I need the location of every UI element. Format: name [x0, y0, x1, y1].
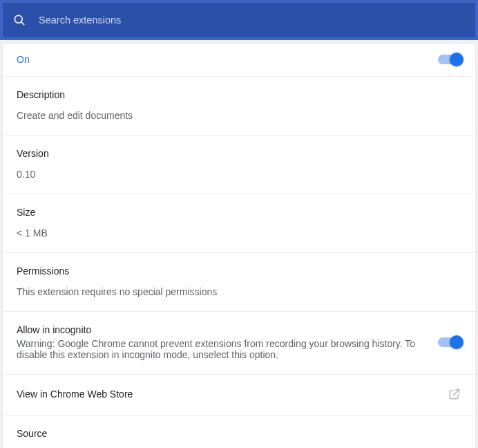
permissions-value: This extension requires no special permi…: [17, 286, 461, 297]
source-section: Source Chrome Web Store: [3, 416, 475, 448]
size-section: Size < 1 MB: [3, 194, 475, 253]
svg-line-1: [21, 22, 24, 25]
toggle-knob: [450, 53, 463, 66]
search-icon: [12, 13, 26, 27]
description-section: Description Create and edit documents: [3, 77, 475, 136]
enabled-toggle[interactable]: [438, 55, 461, 64]
incognito-title: Allow in incognito: [17, 324, 424, 335]
version-section: Version 0.10: [3, 136, 475, 194]
incognito-section: Allow in incognito Warning: Google Chrom…: [3, 312, 475, 375]
search-header: [0, 0, 478, 40]
source-title: Source: [17, 428, 461, 439]
search-input[interactable]: [39, 15, 466, 26]
extension-detail-panel: On Description Create and edit documents…: [3, 44, 475, 448]
search-bar[interactable]: [3, 3, 475, 37]
enabled-row: On: [3, 44, 475, 77]
size-title: Size: [17, 207, 461, 218]
description-value: Create and edit documents: [17, 110, 461, 121]
size-value: < 1 MB: [17, 227, 461, 239]
toggle-knob: [450, 335, 463, 349]
version-title: Version: [17, 148, 461, 159]
enabled-label: On: [17, 54, 30, 65]
incognito-warning: Warning: Google Chrome cannot prevent ex…: [17, 338, 424, 360]
permissions-section: Permissions This extension requires no s…: [3, 253, 475, 312]
description-title: Description: [17, 89, 461, 100]
view-in-store-link[interactable]: View in Chrome Web Store: [3, 375, 475, 416]
external-link-icon: [448, 387, 461, 401]
permissions-title: Permissions: [17, 265, 461, 277]
version-value: 0.10: [17, 169, 461, 180]
incognito-toggle[interactable]: [438, 337, 461, 347]
view-in-store-label: View in Chrome Web Store: [17, 389, 133, 400]
